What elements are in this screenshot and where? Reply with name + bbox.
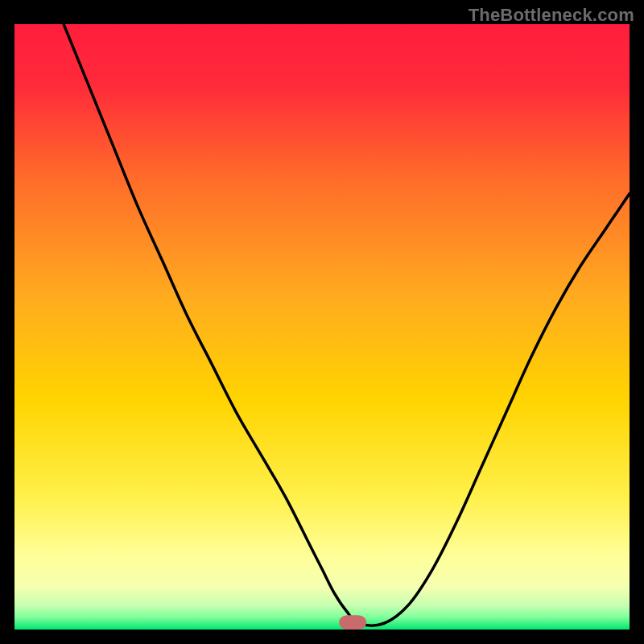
watermark-label: TheBottleneck.com bbox=[469, 5, 634, 26]
chart-frame: TheBottleneck.com bbox=[0, 0, 644, 644]
gradient-background bbox=[14, 24, 630, 630]
optimal-marker bbox=[339, 615, 366, 630]
bottleneck-plot bbox=[14, 24, 630, 630]
plot-svg bbox=[14, 24, 630, 630]
